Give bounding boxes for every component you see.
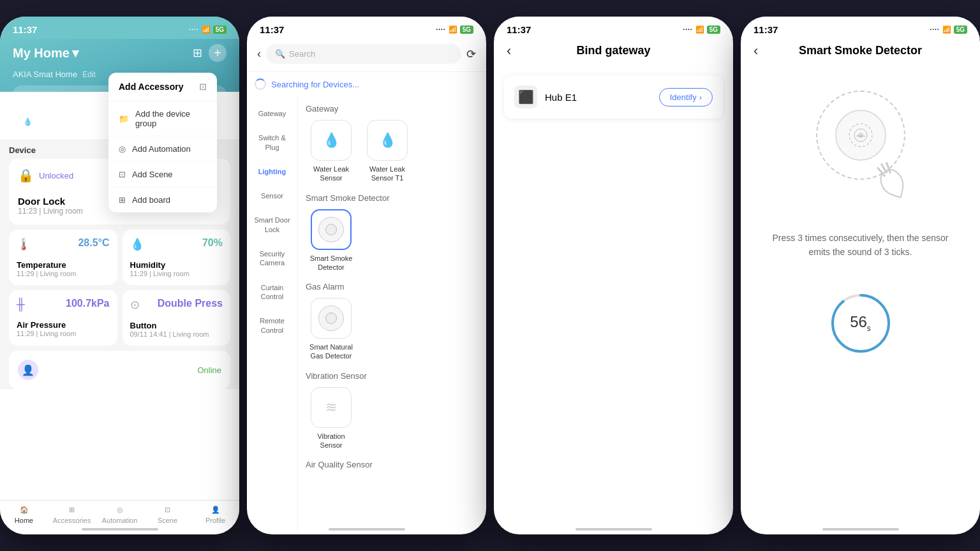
button-device-icon: ⊙ [130,298,140,312]
hub-device-icon: ⬛ [514,85,537,108]
gas-device-inner [325,312,337,324]
pressure-card[interactable]: ╫ 100.7kPa Air Pressure 11:29 | Living r… [9,290,117,346]
smoke-detector-item[interactable]: Smart Smoke Detector [306,209,357,272]
back-arrow-2[interactable]: ‹ [257,47,261,61]
door-lock-location: 11:23 | Living room [18,207,83,216]
temp-icon: 🌡️ [17,237,31,251]
button-label: Button [130,321,223,330]
home-title[interactable]: My Home ▾ [13,45,78,61]
button-card[interactable]: ⊙ Double Press Button 09/11 14:41 | Livi… [122,290,231,346]
smoke-detector-name: Smart Smoke Detector [306,254,357,272]
add-automation-item[interactable]: ◎ Add Automation [108,136,217,162]
online-device-card[interactable]: 👤 Online [9,351,230,389]
nav-home[interactable]: 🏠 Home [0,506,48,524]
category-switch[interactable]: Switch & Plug [247,126,297,159]
nav-profile[interactable]: 👤 Profile [191,506,239,524]
category-sensor[interactable]: Sensor [247,184,297,208]
temperature-card[interactable]: 🌡️ 28.5°C Temperature 11:29 | Living roo… [9,230,117,285]
identify-button[interactable]: Identify › [659,88,713,107]
water-leak-sensor-item[interactable]: 💧 Water Leak Sensor [306,120,357,183]
signal-icon-2: ···· [436,26,446,33]
edit-btn[interactable]: Edit [82,70,96,79]
lock-icon: 🔒 [18,168,34,183]
search-icon: 🔍 [275,49,285,59]
humidity-card[interactable]: 💧 70% Humidity 11:29 | Living room [122,230,231,285]
water-leak-t1-item[interactable]: 💧 Water Leak Sensor T1 [362,120,413,183]
dropdown-arrow: ▾ [72,45,78,61]
smoke-detector-title: Smart Smoke Detector [799,44,922,57]
svg-point-8 [833,295,889,351]
add-scene-item[interactable]: ⊡ Add Scene [108,162,217,187]
smoke-detector-content: Aqara Press 3 times consecutively, then … [741,65,980,368]
signal-icon: ···· [189,26,199,33]
wifi-icon-3: 📶 [695,26,704,34]
vibration-sensor-item[interactable]: ≋ Vibration Sensor [306,387,357,450]
category-smart-door-lock[interactable]: Smart Door Lock [247,208,297,242]
add-icon[interactable]: + [209,44,226,62]
home-indicator-4 [822,528,899,531]
category-security-camera[interactable]: Security Camera [247,242,297,276]
bind-gateway-header: ‹ Bind gateway [494,39,733,65]
time-3: 11:37 [507,24,531,35]
humidity-value: 70% [202,237,223,249]
device-list: Gateway 💧 Water Leak Sensor 💧 Water Leak… [298,96,486,531]
pressure-label: Air Pressure [17,320,110,330]
battery-icon-3: 5G [707,26,720,34]
automation-icon: ◎ [119,144,126,154]
status-bar-4: 11:37 ···· 📶 5G [741,17,980,39]
scene-nav-icon: ⊡ [165,506,170,514]
folder-icon: 📁 [119,114,129,124]
wifi-icon-2: 📶 [449,26,457,34]
svg-text:Aqara: Aqara [856,134,865,138]
humidity-label: Humidity [130,260,223,270]
searching-row: Searching for Devices... [247,72,486,96]
gateway-list: ⬛ Hub E1 Identify › [494,65,733,129]
refresh-icon[interactable]: ⟳ [466,47,476,61]
grid-icon[interactable]: ⊞ [193,46,202,60]
countdown-svg [829,291,893,355]
door-lock-name: Door Lock [18,196,83,207]
lighting-devices: Smart Smoke Detector [306,209,479,272]
home-nav-icon: 🏠 [20,506,29,514]
status-icons-4: ···· 📶 5G [930,26,967,34]
back-btn-3[interactable]: ‹ [507,43,511,59]
smoke-detector-header: ‹ Smart Smoke Detector [741,39,980,65]
pressure-icon: ╫ [17,298,25,311]
nav-automation[interactable]: ◎ Automation [96,506,144,524]
category-curtain[interactable]: Curtain Control [247,276,297,309]
nav-scene[interactable]: ⊡ Scene [144,506,191,524]
vibration-sensor-name: Vibration Sensor [306,432,357,450]
smoke-device-inner [325,224,337,235]
add-device-group-item[interactable]: 📁 Add the device group [108,101,217,136]
gateway-section-title: Gateway [306,104,479,114]
detector-illustration: Aqara [803,84,918,212]
time-4: 11:37 [754,24,778,35]
search-input-container[interactable]: 🔍 Search [266,44,461,64]
category-lighting[interactable]: Lighting [247,159,297,184]
online-device-icon: 👤 [22,364,34,376]
status-icons-1: ···· 📶 5G [189,26,226,34]
back-btn-4[interactable]: ‹ [754,43,758,59]
water-drop-t1-icon: 💧 [379,132,396,149]
dropdown-close[interactable]: ⊡ [199,82,207,92]
detector-svg: Aqara [848,122,873,148]
nav-accessories[interactable]: ⊞ Accessories [48,506,96,524]
category-gateway[interactable]: Gateway [247,101,297,126]
hub-e1-item[interactable]: ⬛ Hub E1 Identify › [504,75,723,119]
scene-icon: ⊡ [119,170,126,179]
add-accessory-dropdown: Add Accessory ⊡ 📁 Add the device group ◎… [108,73,217,212]
home-sub-name: AKIA Smat Home [13,70,77,79]
category-remote[interactable]: Remote Control [247,309,297,342]
gas-device-graphic [318,305,344,331]
battery-icon-4: 5G [954,26,967,34]
weather-temp: 29°C Overcast [23,94,94,115]
gas-detector-item[interactable]: Smart Natural Gas Detector [306,298,357,361]
pressure-value: 100.7kPa [66,298,110,309]
water-leak-icon-box: 💧 [311,120,352,161]
button-value: Double Press [158,298,223,309]
signal-icon-4: ···· [930,26,940,33]
status-icons-3: ···· 📶 5G [683,26,720,34]
switch-section-title: Smart Smoke Detector [306,193,479,203]
add-board-item[interactable]: ⊞ Add board [108,187,217,212]
status-icons-2: ···· 📶 5G [436,26,473,34]
